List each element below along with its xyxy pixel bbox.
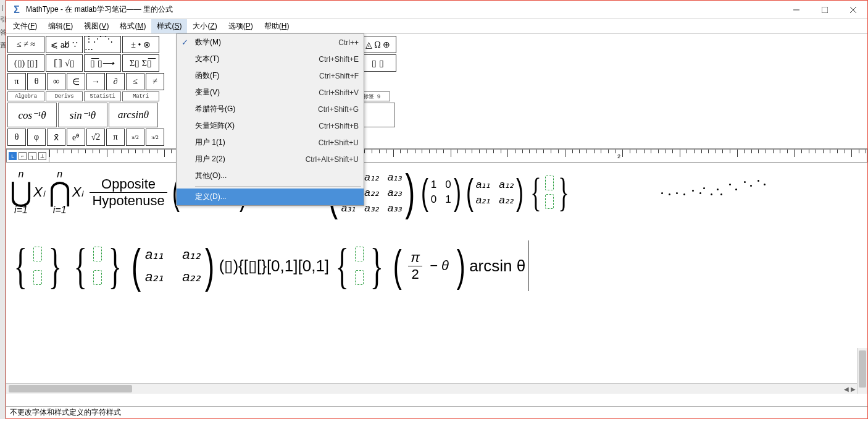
- tab-derivs[interactable]: Derivs: [46, 91, 83, 101]
- sym2-sqrt2[interactable]: √2: [86, 129, 105, 146]
- line2-frac-lparen: (: [393, 250, 402, 281]
- palette-greek-caps[interactable]: ◬ Ω ⊕: [359, 36, 396, 53]
- menubar: 文件(F) 编辑(E) 视图(V) 格式(M) 样式(S) 大小(Z) 选项(P…: [6, 19, 867, 34]
- menu-format[interactable]: 格式(M): [114, 19, 151, 33]
- menu-options[interactable]: 选项(P): [223, 19, 259, 33]
- brace-r-1: }: [49, 248, 62, 283]
- status-text: 不更改字体和样式定义的字符样式: [10, 407, 121, 418]
- sym-theta[interactable]: θ: [27, 73, 46, 90]
- sym2-phi[interactable]: φ: [27, 129, 46, 146]
- sym2-piover2b[interactable]: π/2: [146, 129, 164, 146]
- menu-item-function[interactable]: 函数(F)Ctrl+Shift+F: [177, 67, 364, 84]
- menu-item-vectormatrix[interactable]: 矢量矩阵(X)Ctrl+Shift+B: [177, 117, 364, 134]
- sym-infty[interactable]: ∞: [47, 73, 65, 90]
- line2-mat-rparen: ): [206, 250, 215, 281]
- intersection-operator: n⋂i=1: [49, 169, 71, 216]
- sym-pi[interactable]: π: [7, 73, 26, 90]
- brace-r-3: }: [370, 248, 383, 283]
- sym-partial[interactable]: ∂: [106, 73, 125, 90]
- minimize-button[interactable]: [782, 1, 811, 19]
- ruler-controls[interactable]: L ⌐ ┐ ⊥: [6, 149, 49, 163]
- menu-view[interactable]: 视图(V): [78, 19, 114, 33]
- empty-slot[interactable]: [355, 270, 364, 285]
- menu-item-math[interactable]: ✓数学(M)Ctrl++: [177, 34, 364, 51]
- menu-item-text[interactable]: 文本(T)Ctrl+Shift+E: [177, 51, 364, 67]
- main-window: Σ MathType - 在 matlab学习笔记—— 里的公式 文件(F) 编…: [6, 0, 868, 419]
- empty-slot[interactable]: [33, 270, 42, 285]
- sym2-theta[interactable]: θ: [7, 129, 26, 146]
- empty-slot[interactable]: [545, 176, 554, 190]
- menu-help[interactable]: 帮助(H): [259, 19, 295, 33]
- app-icon: Σ: [11, 4, 22, 15]
- menu-item-user2[interactable]: 用户 2(2)Ctrl+Alt+Shift+U: [177, 151, 364, 167]
- ruler-btn-2[interactable]: ⌐: [19, 152, 27, 160]
- sym2-pi[interactable]: π: [106, 129, 125, 146]
- ruler-btn-1[interactable]: L: [9, 152, 17, 160]
- menu-item-variable[interactable]: 变量(V)Ctrl+Shift+V: [177, 84, 364, 101]
- sym-arrow[interactable]: →: [86, 73, 105, 90]
- window-title: MathType - 在 matlab学习笔记—— 里的公式: [26, 4, 173, 15]
- sym2-xbar[interactable]: x̄: [47, 129, 65, 146]
- cursor-icon: [528, 240, 528, 291]
- line2-frac-rparen: ): [457, 250, 465, 281]
- equation-line-2: { } { } ( a₁₁a₁₂a₂₁a₂₂ ) (▯){[▯[}[0,1][0…: [9, 240, 865, 291]
- external-strip: |引答置: [0, 0, 6, 419]
- sym2-piover2a[interactable]: π/2: [126, 129, 144, 146]
- menu-separator: [195, 186, 361, 187]
- sym-neq[interactable]: ≠: [146, 73, 164, 90]
- vertical-scrollbar[interactable]: [857, 348, 867, 394]
- palette-sums[interactable]: Σ▯ Σ▯͞: [122, 54, 159, 72]
- menu-file[interactable]: 文件(F): [7, 19, 43, 33]
- brace-l-2: {: [73, 248, 86, 283]
- empty-slot[interactable]: [355, 247, 364, 261]
- minus-theta: − θ: [430, 258, 449, 274]
- sym-in[interactable]: ∈: [67, 73, 85, 90]
- empty-slot[interactable]: [93, 247, 102, 261]
- maximize-button[interactable]: [811, 1, 839, 19]
- menu-edit[interactable]: 编辑(E): [43, 19, 78, 33]
- palette-arrows[interactable]: ▯͞ ▯⟶: [84, 54, 121, 72]
- tab-matri[interactable]: Matri: [122, 91, 159, 101]
- ruler-btn-4[interactable]: ⊥: [38, 152, 46, 160]
- ruler[interactable]: 1 2: [49, 149, 867, 163]
- empty-slot[interactable]: [545, 194, 554, 209]
- palette-roots[interactable]: ⟦⟧ √▯: [46, 54, 83, 72]
- union-operator: n⋃i=1: [10, 169, 32, 216]
- menu-item-user1[interactable]: 用户 1(1)Ctrl+Shift+U: [177, 134, 364, 151]
- tab-statisti[interactable]: Statisti: [84, 91, 121, 101]
- btn-acos[interactable]: cos⁻¹θ: [7, 103, 57, 127]
- menu-size[interactable]: 大小(Z): [187, 19, 222, 33]
- ruler-btn-3[interactable]: ┐: [28, 152, 36, 160]
- palette-operators[interactable]: ± • ⊗: [122, 36, 159, 53]
- matrix2a-lparen: (: [421, 177, 428, 208]
- palette-fences[interactable]: (▯) [▯]: [7, 54, 44, 72]
- menu-style[interactable]: 样式(S): [151, 19, 187, 33]
- horizontal-scrollbar[interactable]: ◀ ▶: [6, 383, 857, 394]
- arcsin-theta: arcsin θ: [469, 257, 525, 276]
- matrix-identity: 1001: [431, 179, 451, 206]
- matrix-2x2: a₁₁a₁₂a₂₁a₂₂: [476, 178, 514, 206]
- btn-asin[interactable]: sin⁻¹θ: [58, 103, 107, 127]
- empty-slot[interactable]: [33, 247, 42, 261]
- palette-boxes[interactable]: ▯ ▯: [359, 54, 396, 72]
- palette-relations[interactable]: ≤ ≠ ≈: [7, 36, 44, 53]
- toolbar-area: ≤ ≠ ≈ ⩽ a͏b̸ ∵ ⋮⋰ ⋱ ⋯ ± • ⊗ ◬ Ω ⊕ (▯) [▯…: [6, 34, 867, 149]
- status-bar: 不更改字体和样式定义的字符样式: [6, 406, 867, 418]
- palette-dots[interactable]: ⋮⋰ ⋱ ⋯: [84, 36, 121, 53]
- inter-var: Xᵢ: [72, 184, 84, 200]
- palette-misc1[interactable]: ⩽ a͏b̸ ∵: [46, 36, 83, 53]
- equation-editor[interactable]: n⋃i=1 Xᵢ n⋂i=1 Xᵢ OppositeHypotenuse ( �…: [6, 163, 867, 406]
- btn-arcsin[interactable]: arcsinθ: [109, 103, 158, 127]
- brace-l-small: {: [530, 175, 541, 210]
- close-button[interactable]: [839, 1, 867, 19]
- sym2-etheta[interactable]: eᶿ: [67, 129, 85, 146]
- line2-middle: (▯){[▯[}[0,1][0,1]: [219, 257, 329, 276]
- menu-item-define[interactable]: 定义(D)...: [177, 189, 364, 205]
- menu-item-other[interactable]: 其他(O)...: [177, 167, 364, 184]
- brace-r-2: }: [109, 248, 122, 283]
- empty-slot[interactable]: [93, 270, 102, 285]
- tab-algebra[interactable]: Algebra: [7, 91, 44, 101]
- fraction-opp-hyp: OppositeHypotenuse: [90, 176, 167, 209]
- sym-leq[interactable]: ≤: [126, 73, 144, 90]
- menu-item-greek[interactable]: 希腊符号(G)Ctrl+Shift+G: [177, 101, 364, 117]
